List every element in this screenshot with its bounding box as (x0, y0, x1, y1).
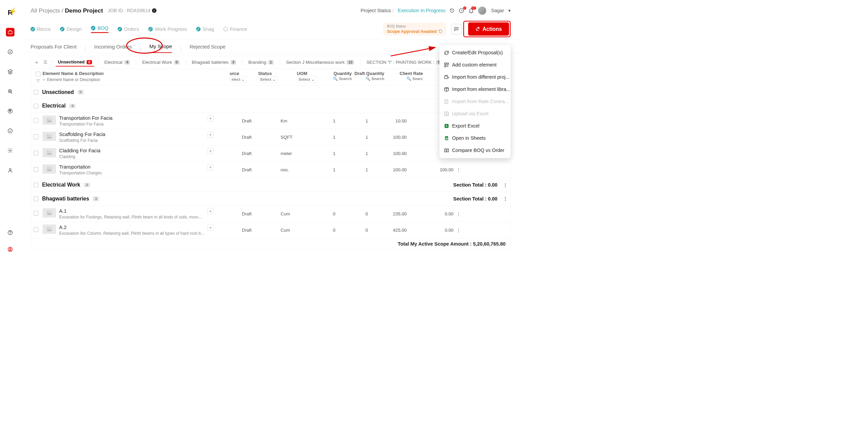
actions-button[interactable]: Actions (468, 22, 509, 36)
pill-count: 0 (174, 60, 179, 65)
select-all-checkbox[interactable] (36, 72, 40, 76)
add-note-icon[interactable]: ＋ (207, 132, 213, 138)
qty-search[interactable]: Search (339, 77, 352, 81)
row-checkbox[interactable] (34, 134, 38, 139)
tab-myscope[interactable]: My Scope (150, 43, 172, 53)
status-select[interactable]: Select ⌄ (258, 76, 278, 83)
uom-select[interactable]: Select ⌄ (297, 76, 316, 83)
boq-status-label: BOQ Status: (387, 24, 442, 28)
more-icon[interactable]: ⋮ (503, 196, 508, 201)
add-note-icon[interactable]: ＋ (207, 225, 213, 231)
menu-import-project[interactable]: Import from different proj... (439, 71, 511, 83)
tab-rejected[interactable]: Rejected Scope (190, 44, 225, 53)
row-title[interactable]: Cladding For Facia (59, 148, 101, 154)
row-checkbox[interactable] (34, 167, 38, 172)
help-icon[interactable] (6, 228, 14, 237)
avatar[interactable] (478, 6, 486, 15)
filter-icon[interactable] (36, 79, 40, 83)
stages-row: ✓Recce ··· ✓Design ··· ✓BOQ ··· ✓Orders … (20, 19, 521, 39)
add-note-icon[interactable]: ＋ (207, 148, 213, 154)
row-more-icon[interactable]: ⋮ (456, 167, 461, 172)
row-more-icon[interactable]: ⋮ (456, 211, 461, 216)
menu-open-sheets[interactable]: Open in Sheets (439, 132, 511, 144)
add-section-icon[interactable]: ＋ (34, 59, 39, 66)
tab-incoming[interactable]: Incoming Orders (94, 44, 132, 53)
menu-create-proposal[interactable]: Create/Edit Proposal(s) (439, 46, 511, 59)
dqty-search[interactable]: Search (371, 77, 384, 81)
row-title[interactable]: A.2 (59, 225, 206, 230)
comment-button[interactable] (451, 24, 461, 34)
breadcrumb-current[interactable]: Demo Project (65, 7, 103, 14)
pill-electrical[interactable]: Electrical4 (102, 59, 132, 66)
user-icon[interactable] (6, 166, 14, 175)
pill-bhagwati[interactable]: Bhagwati batteries3 (190, 59, 238, 66)
section-header[interactable]: Electrical Work0Section Total : 0.00⋮ (31, 178, 511, 192)
menu-add-custom[interactable]: Add custom element (439, 59, 511, 71)
add-note-icon[interactable]: ＋ (207, 164, 213, 170)
breadcrumb-root[interactable]: All Projects (31, 7, 60, 14)
add-note-icon[interactable]: ＋ (207, 115, 213, 121)
pill-sectionj[interactable]: Section J Miscellaneous work12 (284, 59, 356, 66)
clock-badge-icon[interactable]: 4 (458, 8, 464, 14)
row-title[interactable]: Transportation For Facia (59, 115, 113, 121)
section-count: 0 (84, 183, 90, 187)
pill-count: 3 (231, 60, 236, 65)
list-icon[interactable]: ☰ (43, 60, 47, 65)
stage-snag[interactable]: Snag (203, 26, 214, 32)
menu-import-library[interactable]: Import from element libra... (439, 83, 511, 95)
user-caret-icon[interactable]: ▾ (508, 8, 511, 14)
section-header[interactable]: Bhagwati batteries3Section Total : 0.00⋮ (31, 192, 511, 206)
bell-icon[interactable]: 87 (468, 8, 474, 14)
row-checkbox[interactable] (34, 211, 38, 215)
pill-electricalwork[interactable]: Electrical Work0 (140, 59, 181, 66)
section-header[interactable]: Electrical4 (31, 99, 511, 113)
stage-recce[interactable]: Recce (37, 26, 51, 32)
urce-select[interactable]: elect ⌄ (230, 76, 246, 83)
rupee-icon[interactable]: ₹ (6, 107, 14, 115)
stage-boq[interactable]: BOQ (98, 25, 108, 31)
stage-orders[interactable]: Orders (124, 26, 139, 32)
svg-point-37 (47, 211, 48, 212)
briefcase-icon[interactable] (6, 28, 14, 36)
row-more-icon[interactable]: ⋮ (456, 228, 461, 233)
breadcrumb[interactable]: All Projects / Demo Project (31, 7, 103, 14)
section-checkbox[interactable] (34, 90, 38, 94)
row-title[interactable]: A.1 (59, 208, 206, 214)
name-search-input[interactable] (47, 77, 230, 82)
layers-icon[interactable] (6, 68, 14, 76)
menu-export-excel[interactable]: XExport Excel (439, 120, 511, 132)
svg-point-27 (43, 79, 45, 80)
history-icon[interactable] (450, 8, 454, 13)
section-header[interactable]: Unsectioned0 (31, 85, 511, 99)
history-icon[interactable] (438, 29, 442, 33)
tab-proposals[interactable]: Proposals For Client (31, 44, 77, 53)
add-note-icon[interactable]: ＋ (207, 208, 213, 214)
stage-workprogress[interactable]: Work Progress (155, 26, 187, 32)
section-checkbox[interactable] (34, 182, 38, 187)
more-icon[interactable]: ⋮ (503, 182, 508, 188)
row-title[interactable]: Scaffolding For Facia (59, 132, 105, 137)
gear-icon[interactable] (6, 146, 14, 155)
menu-compare[interactable]: Compare BOQ vs Order (439, 144, 511, 156)
pill-branding[interactable]: Branding1 (246, 59, 275, 66)
crate-search[interactable]: Searc (412, 77, 423, 81)
stage-finance[interactable]: Finance (230, 26, 247, 32)
row-title[interactable]: Transportation (59, 164, 102, 170)
info-icon[interactable]: i (152, 8, 156, 13)
pill-sectioni[interactable]: SECTION "I" : PAINTING WORK :5 (364, 59, 443, 66)
row-checkbox[interactable] (34, 151, 38, 155)
section-checkbox[interactable] (34, 196, 38, 201)
check-circle-icon[interactable] (6, 47, 14, 56)
approve-icon[interactable] (6, 127, 14, 135)
section-name: Electrical (42, 103, 65, 109)
library-icon (444, 87, 449, 92)
support-icon[interactable] (6, 245, 14, 253)
row-checkbox[interactable] (34, 227, 38, 232)
pill-unsectioned[interactable]: Unsectioned0 (56, 58, 94, 67)
stage-design[interactable]: Design (66, 26, 82, 32)
section-checkbox[interactable] (34, 103, 38, 108)
user-name[interactable]: Sagar (491, 8, 504, 14)
row-checkbox[interactable] (34, 118, 38, 123)
search-plus-icon[interactable] (6, 87, 14, 96)
menu-label: Open in Sheets (452, 135, 486, 141)
